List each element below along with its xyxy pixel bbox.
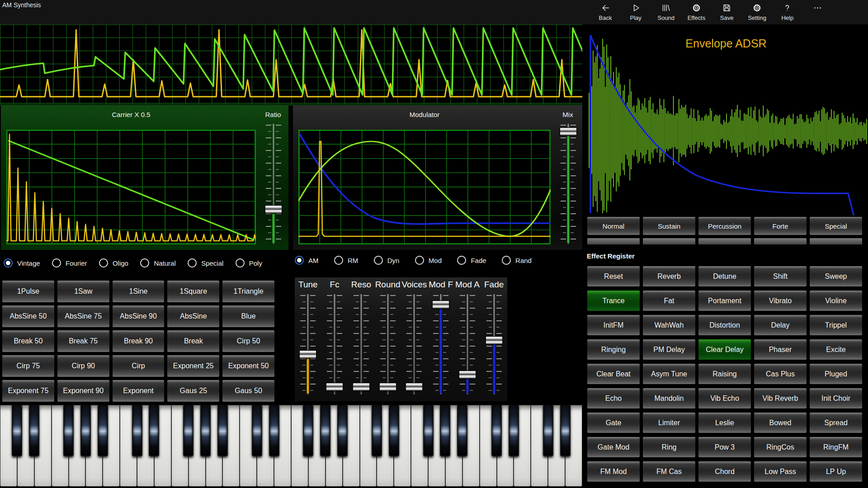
toolbar-more-button[interactable] (807, 3, 828, 21)
effect-button-raising[interactable]: Raising (698, 363, 751, 385)
waveform-button-1saw[interactable]: 1Saw (57, 280, 110, 303)
piano-black-key[interactable] (183, 405, 193, 456)
waveform-button-gaus-25[interactable]: Gaus 25 (167, 380, 220, 402)
effect-button-bowed[interactable]: Bowed (754, 412, 807, 433)
effect-button-cas-plus[interactable]: Cas Plus (754, 363, 807, 385)
effect-button-echo[interactable]: Echo (587, 388, 640, 409)
piano-black-key[interactable] (560, 405, 571, 456)
piano-black-key[interactable] (252, 405, 262, 456)
mod-mode-radio-am[interactable]: AM (295, 256, 319, 265)
toolbar-sound-button[interactable]: Sound (656, 3, 676, 21)
piano-black-key[interactable] (63, 405, 74, 456)
mix-slider[interactable] (558, 122, 579, 245)
piano-black-key[interactable] (98, 405, 108, 456)
tune-slider[interactable] (297, 293, 318, 396)
slider-thumb[interactable] (353, 383, 370, 391)
piano-black-key[interactable] (543, 405, 553, 456)
envelope-preset-sustain[interactable]: Sustain (642, 216, 696, 235)
effect-button-fm-cas[interactable]: FM Cas (642, 461, 696, 482)
toolbar-save-button[interactable]: Save (717, 3, 737, 21)
carrier-mode-radio-poly[interactable]: Poly (236, 258, 262, 267)
effect-button-ringing[interactable]: Ringing (587, 339, 640, 360)
effect-button-phaser[interactable]: Phaser (754, 339, 807, 360)
fc-slider[interactable] (324, 293, 345, 396)
effect-button-delay[interactable]: Delay (754, 314, 807, 336)
piano-black-key[interactable] (440, 405, 450, 456)
piano-black-key[interactable] (12, 405, 22, 456)
piano-black-key[interactable] (303, 405, 313, 456)
waveform-button-exponent-50[interactable]: Exponent 50 (222, 355, 275, 377)
effect-button-portament[interactable]: Portament (698, 290, 751, 311)
toolbar-help-button[interactable]: Help (777, 3, 798, 21)
waveform-button-blue[interactable]: Blue (222, 305, 275, 328)
slider-thumb[interactable] (265, 205, 282, 213)
waveform-button-abssine-90[interactable]: AbsSine 90 (112, 305, 165, 328)
effect-button-detune[interactable]: Detune (698, 266, 751, 287)
waveform-button-gaus-50[interactable]: Gaus 50 (222, 380, 275, 402)
effect-button-ring[interactable]: Ring (642, 436, 696, 458)
effect-button-gate-mod[interactable]: Gate Mod (587, 436, 640, 458)
slider-thumb[interactable] (406, 383, 423, 391)
mod-mode-radio-dyn[interactable]: Dyn (374, 256, 400, 265)
carrier-mode-radio-vintage[interactable]: Vintage (4, 258, 40, 267)
waveform-button-abssine-50[interactable]: AbsSine 50 (2, 305, 55, 328)
toolbar-back-button[interactable]: Back (595, 3, 616, 21)
effect-button-pm-delay[interactable]: PM Delay (642, 339, 696, 360)
piano-black-key[interactable] (337, 405, 348, 456)
waveform-button-abssine-75[interactable]: AbsSine 75 (57, 305, 110, 328)
effect-button-wahwah[interactable]: WahWah (642, 314, 696, 336)
carrier-mode-radio-special[interactable]: Special (188, 258, 223, 267)
waveform-button-break-90[interactable]: Break 90 (112, 330, 165, 352)
mod-mode-radio-fade[interactable]: Fade (457, 256, 486, 265)
piano-black-key[interactable] (372, 405, 382, 456)
toolbar-play-button[interactable]: Play (625, 3, 646, 21)
slider-thumb[interactable] (299, 350, 316, 358)
mod-mode-radio-rand[interactable]: Rand (502, 256, 532, 265)
effect-button-low-pass[interactable]: Low Pass (754, 461, 807, 482)
effect-button-limiter[interactable]: Limiter (642, 412, 696, 433)
slider-thumb[interactable] (486, 336, 503, 344)
waveform-button-cirp[interactable]: Cirp (112, 355, 165, 377)
mod-f-slider[interactable] (430, 293, 451, 396)
piano-black-key[interactable] (457, 405, 467, 456)
mod-a-slider[interactable] (457, 293, 478, 396)
waveform-button-break-50[interactable]: Break 50 (2, 330, 55, 352)
slider-thumb[interactable] (379, 383, 396, 391)
waveform-button-1square[interactable]: 1Square (167, 280, 220, 303)
piano-black-key[interactable] (491, 405, 502, 456)
envelope-preset-percussion[interactable]: Percussion (698, 216, 751, 235)
toolbar-effects-button[interactable]: Effects (686, 3, 707, 21)
effect-button-ringcos[interactable]: RingCos (754, 436, 807, 458)
envelope-preset-normal[interactable]: Normal (587, 216, 640, 235)
effect-button-shift[interactable]: Shift (754, 266, 807, 287)
carrier-mode-radio-natural[interactable]: Natural (140, 258, 175, 267)
effect-button-initfm[interactable]: InitFM (587, 314, 640, 336)
fade-slider[interactable] (484, 293, 505, 396)
effect-button-lp-up[interactable]: LP Up (809, 461, 863, 482)
waveform-button-exponent-25[interactable]: Exponent 25 (167, 355, 220, 377)
effect-button-reverb[interactable]: Reverb (642, 266, 696, 287)
piano-black-key[interactable] (200, 405, 211, 456)
waveform-button-cirp-75[interactable]: Cirp 75 (2, 355, 55, 377)
effect-button-violine[interactable]: Violine (809, 290, 863, 311)
piano-black-key[interactable] (132, 405, 142, 456)
effect-button-leslie[interactable]: Leslie (698, 412, 751, 433)
slider-thumb[interactable] (432, 300, 449, 309)
effect-button-excite[interactable]: Excite (809, 339, 863, 360)
waveform-button-1triangle[interactable]: 1Triangle (222, 280, 275, 303)
effect-button-vib-echo[interactable]: Vib Echo (698, 388, 751, 409)
piano-black-key[interactable] (29, 405, 39, 456)
effect-button-trance[interactable]: Trance (587, 290, 640, 311)
effect-button-init-choir[interactable]: Init Choir (809, 388, 863, 409)
piano-black-key[interactable] (509, 405, 519, 456)
envelope-preset-forte[interactable]: Forte (754, 216, 807, 235)
voices-slider[interactable] (404, 293, 425, 396)
effect-button-vib-reverb[interactable]: Vib Reverb (754, 388, 807, 409)
piano-black-key[interactable] (389, 405, 399, 456)
effect-button-vibrato[interactable]: Vibrato (754, 290, 807, 311)
effect-button-spread[interactable]: Spread (809, 412, 863, 433)
waveform-button-exponent-90[interactable]: Exponent 90 (57, 380, 110, 402)
effect-button-distortion[interactable]: Distortion (698, 314, 751, 336)
piano-black-key[interactable] (217, 405, 228, 456)
slider-thumb[interactable] (459, 371, 476, 379)
